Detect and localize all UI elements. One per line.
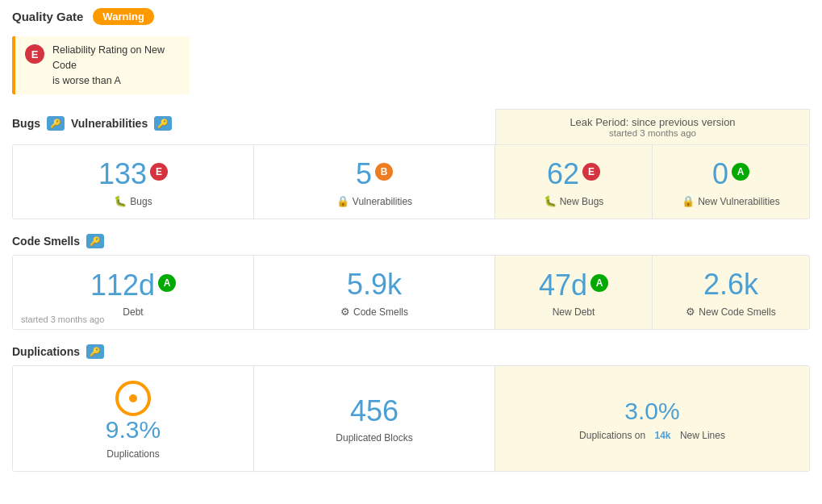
vuln-count: 5: [356, 160, 372, 189]
new-vuln-rating-badge: A: [732, 163, 749, 181]
duplications-metrics-row: 9.3% Duplications 456 Duplicated Blocks …: [12, 365, 810, 472]
dup-percent: 9.3%: [106, 418, 161, 442]
new-debt-metric-cell: 47d A New Debt: [495, 256, 652, 329]
duplications-metrics-left: 9.3% Duplications 456 Duplicated Blocks: [13, 366, 494, 471]
alert-box: E Reliability Rating on New Code is wors…: [12, 36, 190, 94]
new-debt-value-row: 47d A: [539, 271, 608, 300]
new-debt-rating-badge: A: [590, 274, 608, 292]
leak-started-label: started 3 months ago: [503, 128, 803, 138]
leak-period-header: Leak Period: since previous version star…: [495, 109, 810, 144]
duplications-key-icon[interactable]: 🔑: [86, 344, 104, 359]
bugs-section-titles: Bugs 🔑 Vulnerabilities 🔑: [12, 109, 495, 144]
code-smells-header: Code Smells 🔑: [12, 234, 810, 248]
new-vuln-metric-cell: 0 A 🔒 New Vulnerabilities: [652, 145, 809, 219]
started-text: started 3 months ago: [21, 314, 104, 324]
lock-icon: 🔒: [336, 195, 349, 207]
dup-new-cell: 3.0% Duplications on 14k New Lines: [495, 366, 809, 471]
vulnerabilities-metric-cell: 5 B 🔒 Vulnerabilities: [253, 145, 494, 219]
bugs-title: Bugs: [12, 117, 40, 130]
duplications-metrics-right: 3.0% Duplications on 14k New Lines: [494, 366, 809, 471]
bugs-metrics-left: 133 E 🐛 Bugs 5 B 🔒 Vulnerabilities: [13, 145, 494, 219]
vulnerabilities-key-icon[interactable]: 🔑: [154, 116, 172, 131]
dup-blocks-count: 456: [350, 397, 398, 426]
debt-count: 112d: [90, 271, 155, 300]
new-bugs-rating-badge: E: [582, 163, 600, 181]
bugs-key-icon[interactable]: 🔑: [47, 116, 65, 131]
bugs-rating-badge: E: [150, 163, 168, 181]
dup-blocks-value: 456: [350, 397, 398, 426]
new-lines-label: New Lines: [680, 430, 725, 441]
code-smells-section: Code Smells 🔑 112d A Debt started 3 mont…: [12, 234, 810, 330]
bugs-header-row: Bugs 🔑 Vulnerabilities 🔑 Leak Period: si…: [12, 109, 810, 144]
code-smells-count: 5.9k: [347, 270, 402, 299]
new-lock-icon: 🔒: [682, 195, 695, 207]
code-smells-metrics-left: 112d A Debt started 3 months ago 5.9k ⚙ …: [13, 256, 494, 329]
bugs-value-row: 133 E: [98, 160, 168, 189]
duplications-header: Duplications 🔑: [12, 344, 810, 359]
bugs-count: 133: [98, 160, 147, 189]
bugs-metric-cell: 133 E 🐛 Bugs: [13, 145, 253, 219]
duplications-title: Duplications: [12, 345, 80, 358]
quality-gate-status-badge: Warning: [93, 8, 154, 25]
new-debt-count: 47d: [539, 271, 587, 300]
code-smells-count-cell: 5.9k ⚙ Code Smells: [253, 256, 494, 329]
new-debt-label: New Debt: [553, 306, 595, 318]
debt-value-row: 112d A: [90, 271, 176, 300]
dup-value: 9.3%: [106, 418, 161, 442]
dup-new-value: 3.0%: [624, 399, 679, 423]
smell-icon: ⚙: [340, 306, 350, 318]
new-bugs-value-row: 62 E: [547, 160, 600, 189]
dup-new-percent: 3.0%: [624, 399, 679, 423]
code-smells-key-icon[interactable]: 🔑: [86, 234, 104, 248]
code-smells-metrics-right: 47d A New Debt 2.6k ⚙ New Code Smells: [494, 256, 809, 329]
dup-circle: [115, 381, 151, 416]
dup-percent-cell: 9.3% Duplications: [13, 366, 253, 471]
new-code-smells-label: ⚙ New Code Smells: [686, 306, 775, 318]
vuln-rating-badge: B: [375, 163, 393, 181]
new-bugs-metric-cell: 62 E 🐛 New Bugs: [495, 145, 652, 219]
new-bugs-label: 🐛 New Bugs: [544, 195, 604, 207]
new-vuln-value-row: 0 A: [712, 160, 749, 189]
alert-line1: Reliability Rating on New Code: [52, 44, 165, 71]
vulnerabilities-title: Vulnerabilities: [71, 117, 148, 130]
quality-gate-row: Quality Gate Warning: [12, 8, 810, 25]
new-smell-icon: ⚙: [686, 306, 695, 318]
code-smells-title: Code Smells: [12, 235, 80, 248]
debt-metric-cell: 112d A Debt started 3 months ago: [13, 256, 253, 329]
dup-blocks-cell: 456 Duplicated Blocks: [253, 366, 494, 471]
vuln-label: 🔒 Vulnerabilities: [336, 195, 412, 207]
bugs-metrics-right: 62 E 🐛 New Bugs 0 A 🔒 New Vulnerabilitie…: [494, 145, 809, 219]
bugs-vulnerabilities-section: Bugs 🔑 Vulnerabilities 🔑 Leak Period: si…: [12, 109, 810, 219]
leak-period-label: Leak Period: since previous version: [503, 116, 803, 128]
debt-label: Debt: [123, 306, 143, 318]
code-smells-count-label: ⚙ Code Smells: [340, 306, 408, 318]
code-smells-metrics-row: 112d A Debt started 3 months ago 5.9k ⚙ …: [12, 255, 810, 330]
dup-circle-inner: [129, 394, 137, 402]
new-bug-icon: 🐛: [544, 195, 557, 207]
bug-icon: 🐛: [114, 195, 127, 207]
new-code-smells-count: 2.6k: [703, 270, 758, 299]
new-vuln-count: 0: [712, 160, 728, 189]
dup-blocks-label: Duplicated Blocks: [336, 432, 412, 444]
new-code-smells-metric-cell: 2.6k ⚙ New Code Smells: [652, 256, 809, 329]
new-code-smells-value-row: 2.6k: [703, 270, 758, 299]
new-vuln-label: 🔒 New Vulnerabilities: [682, 195, 780, 207]
bugs-metrics-row: 133 E 🐛 Bugs 5 B 🔒 Vulnerabilities: [12, 144, 810, 219]
dup-label: Duplications: [106, 448, 159, 460]
new-lines-value: 14k: [655, 430, 671, 441]
bugs-label: 🐛 Bugs: [114, 195, 152, 207]
quality-gate-label: Quality Gate: [12, 10, 83, 23]
dup-new-label: Duplications on 14k New Lines: [579, 430, 725, 441]
vuln-value-row: 5 B: [356, 160, 393, 189]
new-bugs-count: 62: [547, 160, 579, 189]
alert-text: Reliability Rating on New Code is worse …: [52, 43, 180, 88]
alert-rating-badge: E: [25, 44, 44, 64]
debt-rating-badge: A: [158, 274, 176, 292]
alert-line2: is worse than A: [52, 75, 121, 86]
code-smells-value-row: 5.9k: [347, 270, 402, 299]
duplications-section: Duplications 🔑 9.3% Duplications 456: [12, 344, 810, 472]
